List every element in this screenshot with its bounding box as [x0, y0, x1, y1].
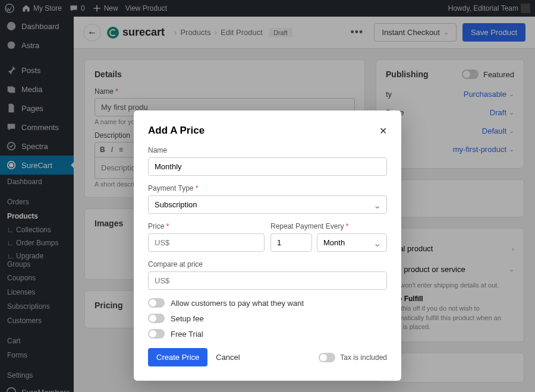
setup-fee-label: Setup fee	[171, 314, 204, 323]
compare-input[interactable]	[148, 271, 387, 290]
price-input[interactable]	[148, 233, 265, 252]
repeat-num-input[interactable]	[270, 233, 312, 252]
pay-what-label: Allow customers to pay what they want	[171, 299, 304, 308]
compare-label: Compare at price	[148, 260, 387, 268]
add-price-modal: Add A Price ✕ Name Payment Type * Subscr…	[134, 110, 401, 381]
pay-what-toggle[interactable]	[148, 298, 165, 308]
price-label: Price *	[148, 222, 265, 230]
payment-type-label: Payment Type *	[148, 184, 387, 192]
payment-type-select[interactable]: Subscription	[148, 195, 387, 214]
create-price-button[interactable]: Create Price	[148, 348, 207, 366]
repeat-label: Repeat Payment Every *	[270, 222, 387, 230]
tax-included-toggle[interactable]	[319, 353, 335, 362]
tax-included-label: Tax is included	[340, 353, 387, 362]
close-icon[interactable]: ✕	[379, 125, 387, 137]
price-name-label: Name	[148, 146, 387, 154]
free-trial-label: Free Trial	[171, 330, 203, 339]
setup-fee-toggle[interactable]	[148, 314, 165, 323]
repeat-unit-select[interactable]: Month	[317, 233, 387, 252]
free-trial-toggle[interactable]	[148, 329, 165, 339]
price-name-input[interactable]	[148, 157, 387, 176]
cancel-button[interactable]: Cancel	[216, 353, 240, 362]
modal-title: Add A Price	[148, 125, 204, 137]
